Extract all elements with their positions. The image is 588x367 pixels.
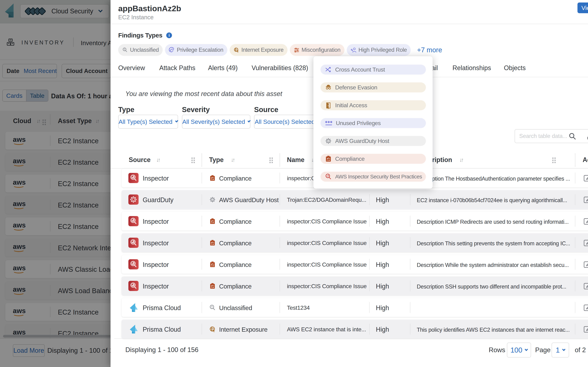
chevron-down-icon — [525, 348, 528, 351]
severity-cell: High — [376, 218, 389, 225]
source-cell: Prisma Cloud — [143, 326, 181, 333]
chip-misconfiguration[interactable]: Misconfiguration — [290, 44, 344, 56]
popover-item-initial-access[interactable]: Initial Access — [321, 100, 426, 110]
finding-row[interactable]: Prisma Cloud Unclassified Test1234 High — [122, 298, 588, 317]
clipboard-icon — [325, 155, 332, 162]
type-filter-label: Type — [118, 106, 134, 114]
tab-vulnerabilities[interactable]: Vulnerabilities (828) — [252, 64, 308, 72]
edit-icon[interactable] — [583, 196, 588, 203]
severity-filter-select[interactable]: All Severity(s) Selected — [182, 115, 250, 129]
magnifier-red-icon — [325, 173, 332, 180]
findings-types-popover: Cross Account Trust Defense Evasion In — [313, 56, 433, 189]
tab-attack-paths[interactable]: Attack Paths — [159, 64, 195, 72]
page-total: of 2 — [575, 346, 586, 354]
rows-per-page-select[interactable]: 100 — [507, 342, 531, 358]
popover-item-compliance[interactable]: Compliance — [321, 154, 426, 164]
sort-icon[interactable]: ↓↑ — [231, 157, 234, 163]
source-filter-label: Source — [254, 106, 278, 114]
finding-row[interactable]: Inspector Compliance inspector:CIS Compl… — [122, 276, 588, 295]
tab-alerts[interactable]: Alerts (49) — [208, 64, 238, 72]
globe-cursor-icon — [234, 47, 239, 53]
column-header-name[interactable]: Name — [287, 156, 305, 164]
type-cell: Internet Exposure — [219, 326, 267, 333]
inspector-icon — [128, 216, 139, 226]
clipboard-icon — [209, 218, 216, 225]
finding-row[interactable]: Inspector Compliance inspector:CIS Compl… — [122, 233, 588, 252]
edit-icon[interactable] — [583, 217, 588, 225]
view-button[interactable]: View — [578, 2, 588, 13]
search-input[interactable] — [519, 133, 567, 139]
source-filter-select[interactable]: All Source(s) Selected — [254, 115, 321, 129]
tab-objects[interactable]: Objects — [504, 64, 526, 72]
column-header-source[interactable]: Source — [129, 156, 151, 164]
popover-item-cross-account-trust[interactable]: Cross Account Trust — [321, 65, 426, 75]
chip-internet-exposure[interactable]: Internet Exposure — [230, 44, 288, 56]
more-findings-link[interactable]: +7 more — [417, 46, 442, 54]
finding-row[interactable]: Prisma Cloud Internet Exposure AWS EC2 i… — [122, 320, 588, 338]
chevron-down-icon — [175, 119, 178, 123]
type-cell: Compliance — [219, 261, 252, 268]
page-select[interactable]: 1 — [552, 342, 569, 358]
edit-icon[interactable] — [583, 325, 588, 333]
tab-overview[interactable]: Overview — [118, 64, 145, 72]
name-cell: AWS EC2 instance that is inte... — [287, 326, 367, 333]
chip-privilege-escalation[interactable]: Privilege Escalation — [165, 44, 227, 56]
expand-icon[interactable] — [587, 132, 588, 140]
chip-high-privileged-role[interactable]: High Privileged Role — [347, 44, 411, 56]
findings-type-chips: Unclassified Privilege Escalation — [118, 44, 442, 56]
edit-icon[interactable] — [583, 260, 588, 268]
finding-row[interactable]: Inspector Compliance inspector:CIS Compl… — [122, 255, 588, 274]
findings-displaying-count: Displaying 1 - 100 of 156 — [125, 346, 198, 354]
popover-item-aws-inspector[interactable]: AWS Inspector Security Best Practices — [321, 172, 426, 182]
edit-icon[interactable] — [583, 239, 588, 247]
inspector-icon — [128, 173, 139, 183]
chip-label: Privilege Escalation — [177, 47, 223, 53]
severity-cell: High — [376, 283, 389, 290]
name-cell: inspector:CIS Compliance Issue — [287, 283, 367, 290]
column-header-type[interactable]: Type — [209, 156, 223, 164]
edit-icon[interactable] — [583, 303, 588, 311]
chip-label: Misconfiguration — [302, 47, 341, 53]
recent-data-note: You are viewing the most recent data abo… — [125, 90, 282, 98]
description-cell: Description SSH supports two different a… — [417, 284, 571, 290]
severity-cell: High — [376, 196, 389, 204]
drag-handle-icon[interactable] — [269, 158, 271, 159]
source-cell: GuardDuty — [143, 196, 173, 204]
popover-item-label: Unused Privileges — [336, 120, 381, 126]
sort-icon[interactable]: ↓↑ — [460, 157, 463, 163]
clipboard-icon — [209, 239, 216, 246]
popover-item-label: Compliance — [335, 156, 365, 162]
chip-label: Internet Exposure — [241, 47, 283, 53]
popover-item-defense-evasion[interactable]: Defense Evasion — [321, 83, 426, 92]
edit-icon[interactable] — [583, 282, 588, 290]
rows-label: Rows — [489, 346, 505, 354]
popover-item-unused-privileges[interactable]: Unused Privileges — [321, 118, 426, 128]
tab-relationships[interactable]: Relationships — [452, 64, 491, 72]
sort-icon[interactable]: ↓↑ — [156, 157, 160, 163]
magnifier-alert-icon — [122, 47, 128, 53]
popover-item-aws-guardduty-host[interactable]: AWS GuardDuty Host — [321, 136, 426, 146]
search-icon[interactable] — [569, 132, 576, 140]
column-header-actions[interactable]: Actions — [583, 156, 588, 164]
finding-row[interactable]: Inspector Compliance inspector:CIS Compl… — [122, 212, 588, 231]
type-filter-select[interactable]: All Type(s) Selected — [118, 115, 178, 129]
page-value: 1 — [556, 346, 560, 354]
info-icon[interactable]: i — [166, 33, 172, 38]
chip-unclassified[interactable]: Unclassified — [118, 44, 163, 56]
popover-item-label: Cross Account Trust — [335, 66, 385, 73]
drag-handle-icon[interactable] — [191, 158, 193, 159]
name-cell: Trojan:EC2/DGADomainRequ... — [287, 197, 367, 203]
source-filter-value: All Source(s) Selected — [255, 118, 315, 125]
app-screen: Cloud Security INVENTORY Inventory Asset… — [0, 0, 588, 367]
findings-types-heading: Findings Types — [118, 32, 162, 39]
popover-item-label: AWS GuardDuty Host — [335, 138, 389, 144]
name-cell: inspector:CIS Compliance Issue — [287, 261, 367, 268]
source-cell: Inspector — [143, 239, 169, 247]
drag-handle-icon[interactable] — [552, 158, 554, 159]
severity-cell: High — [376, 326, 389, 333]
edit-icon[interactable] — [583, 174, 588, 182]
gear-shield-icon — [209, 196, 216, 203]
inspector-icon — [128, 238, 139, 248]
finding-row[interactable]: GuardDuty AWS GuardDuty Host Trojan:EC2/… — [122, 190, 588, 209]
prisma-cloud-icon — [128, 302, 139, 313]
